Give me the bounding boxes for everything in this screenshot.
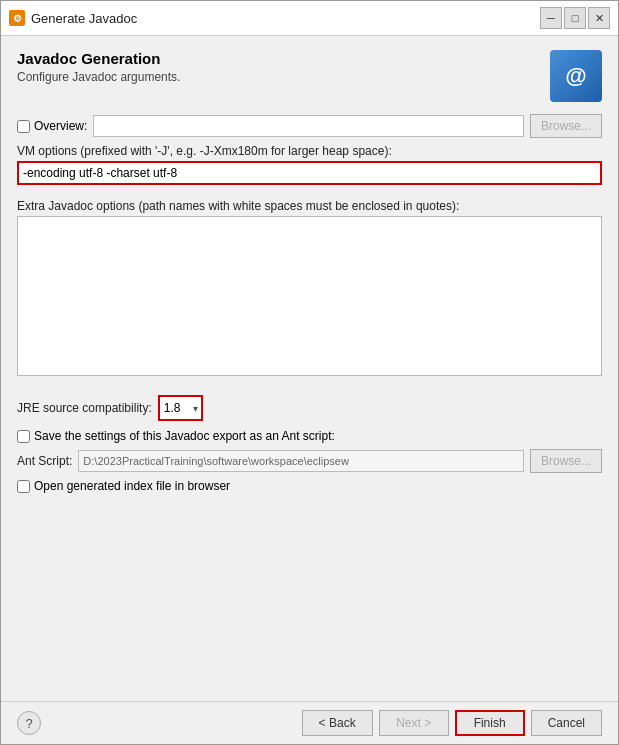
overview-browse-button[interactable]: Browse... [530, 114, 602, 138]
ant-script-row: Ant Script: Browse... [17, 449, 602, 473]
page-subtitle: Configure Javadoc arguments. [17, 70, 550, 84]
header-left: Javadoc Generation Configure Javadoc arg… [17, 50, 550, 84]
window-title: Generate Javadoc [31, 11, 137, 26]
overview-checkbox[interactable] [17, 120, 30, 133]
content-area: Javadoc Generation Configure Javadoc arg… [1, 36, 618, 701]
jre-row: JRE source compatibility: 1.8 1.7 1.6 1.… [17, 395, 602, 421]
vm-options-label: VM options (prefixed with '-J', e.g. -J-… [17, 144, 602, 158]
save-settings-row: Save the settings of this Javadoc export… [17, 429, 602, 443]
open-browser-row: Open generated index file in browser [17, 479, 602, 493]
overview-checkbox-label[interactable]: Overview: [17, 119, 87, 133]
extra-options-section: Extra Javadoc options (path names with w… [17, 199, 602, 379]
extra-options-textarea[interactable] [17, 216, 602, 376]
maximize-button[interactable]: □ [564, 7, 586, 29]
overview-row: Overview: Browse... [17, 114, 602, 138]
vm-options-section: VM options (prefixed with '-J', e.g. -J-… [17, 144, 602, 191]
window-icon: ⚙ [9, 10, 25, 26]
help-button[interactable]: ? [17, 711, 41, 735]
next-button[interactable]: Next > [379, 710, 449, 736]
overview-label: Overview: [34, 119, 87, 133]
open-browser-checkbox[interactable] [17, 480, 30, 493]
title-buttons: ─ □ ✕ [540, 7, 610, 29]
ant-script-input[interactable] [78, 450, 524, 472]
minimize-button[interactable]: ─ [540, 7, 562, 29]
finish-button[interactable]: Finish [455, 710, 525, 736]
overview-input[interactable] [93, 115, 524, 137]
vm-options-input[interactable] [17, 161, 602, 185]
open-browser-label: Open generated index file in browser [34, 479, 230, 493]
save-settings-label: Save the settings of this Javadoc export… [34, 429, 335, 443]
jre-select[interactable]: 1.8 1.7 1.6 1.5 [160, 397, 201, 419]
header-area: Javadoc Generation Configure Javadoc arg… [17, 50, 602, 102]
open-browser-checkbox-label[interactable]: Open generated index file in browser [17, 479, 230, 493]
main-window: ⚙ Generate Javadoc ─ □ ✕ Javadoc Generat… [0, 0, 619, 745]
extra-options-label: Extra Javadoc options (path names with w… [17, 199, 602, 213]
jre-label: JRE source compatibility: [17, 401, 152, 415]
cancel-button[interactable]: Cancel [531, 710, 602, 736]
save-settings-checkbox-label[interactable]: Save the settings of this Javadoc export… [17, 429, 335, 443]
page-title: Javadoc Generation [17, 50, 550, 67]
close-button[interactable]: ✕ [588, 7, 610, 29]
ant-script-browse-button[interactable]: Browse... [530, 449, 602, 473]
save-settings-checkbox[interactable] [17, 430, 30, 443]
title-bar: ⚙ Generate Javadoc ─ □ ✕ [1, 1, 618, 36]
javadoc-icon [550, 50, 602, 102]
title-bar-left: ⚙ Generate Javadoc [9, 10, 137, 26]
footer: ? < Back Next > Finish Cancel [1, 701, 618, 744]
ant-script-label: Ant Script: [17, 454, 72, 468]
jre-select-wrapper: 1.8 1.7 1.6 1.5 [158, 395, 203, 421]
back-button[interactable]: < Back [302, 710, 373, 736]
